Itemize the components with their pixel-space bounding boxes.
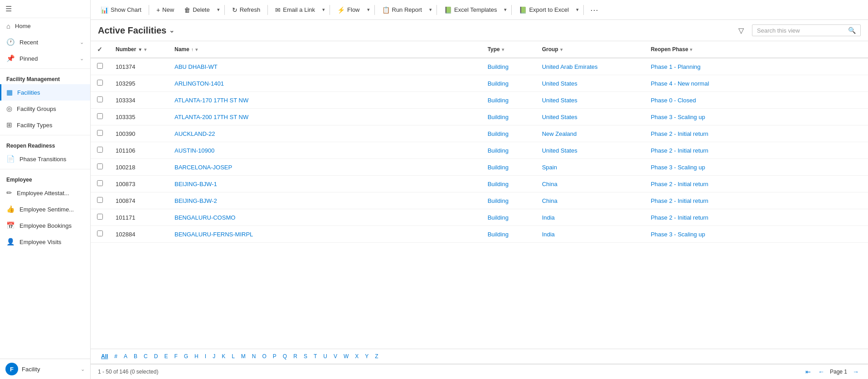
excel-templates-button[interactable]: 📗 Excel Templates (440, 4, 501, 16)
row-type[interactable]: Building (481, 109, 536, 125)
sidebar-item-phase-transitions[interactable]: 📄 Phase Transitions (0, 151, 90, 167)
row-type[interactable]: Building (481, 125, 536, 142)
sidebar-item-employee-bookings[interactable]: 📅 Employee Bookings (0, 217, 90, 234)
facility-group-link[interactable]: India (542, 214, 555, 221)
alpha-nav-m[interactable]: M (238, 352, 249, 361)
table-row[interactable]: 100874 BEIJING-BJW-2 Building China Phas… (91, 192, 868, 209)
facility-group-link[interactable]: United States (542, 147, 577, 154)
run-report-chevron[interactable]: ▾ (427, 5, 434, 15)
th-check[interactable]: ✓ (91, 41, 109, 58)
facility-group-link[interactable]: United States (542, 114, 577, 120)
facility-name-link[interactable]: BENGALURU-FERNS-MIRPL (175, 231, 253, 238)
row-checkbox[interactable] (91, 125, 109, 142)
row-name[interactable]: BEIJING-BJW-2 (168, 192, 481, 209)
facility-type-link[interactable]: Building (488, 97, 509, 104)
facility-name-link[interactable]: ABU DHABI-WT (175, 63, 218, 70)
row-name[interactable]: BENGALURU-COSMO (168, 209, 481, 226)
table-row[interactable]: 103295 ARLINGTON-1401 Building United St… (91, 75, 868, 92)
row-group[interactable]: Spain (536, 159, 645, 176)
facility-group-link[interactable]: India (542, 231, 555, 238)
row-group[interactable]: China (536, 176, 645, 192)
facility-reopen-phase-link[interactable]: Phase 3 - Scaling up (651, 114, 705, 120)
alpha-nav-t[interactable]: T (310, 352, 320, 361)
row-checkbox[interactable] (91, 142, 109, 159)
th-group[interactable]: Group ▾ (536, 41, 645, 58)
export-excel-button[interactable]: 📗 Export to Excel (514, 4, 573, 16)
row-type[interactable]: Building (481, 226, 536, 243)
facility-name-link[interactable]: ATLANTA-200 17TH ST NW (175, 114, 248, 120)
alpha-nav-l[interactable]: L (228, 352, 238, 361)
alpha-nav-e[interactable]: E (161, 352, 171, 361)
alpha-nav-n[interactable]: N (249, 352, 259, 361)
facility-group-link[interactable]: China (542, 197, 558, 204)
facility-reopen-phase-link[interactable]: Phase 1 - Planning (651, 63, 701, 70)
facility-reopen-phase-link[interactable]: Phase 2 - Initial return (651, 197, 708, 204)
row-group[interactable]: United States (536, 142, 645, 159)
facility-type-link[interactable]: Building (488, 80, 509, 87)
facility-group-link[interactable]: United States (542, 97, 577, 104)
row-checkbox[interactable] (91, 209, 109, 226)
row-checkbox[interactable] (91, 92, 109, 109)
alpha-nav-d[interactable]: D (151, 352, 161, 361)
facility-reopen-phase-link[interactable]: Phase 2 - Initial return (651, 214, 708, 221)
facility-type-link[interactable]: Building (488, 147, 509, 154)
alpha-nav-all[interactable]: All (98, 352, 111, 361)
facility-reopen-phase-link[interactable]: Phase 2 - Initial return (651, 147, 708, 154)
facility-name-link[interactable]: BEIJING-BJW-2 (175, 197, 217, 204)
row-reopen-phase[interactable]: Phase 3 - Scaling up (645, 109, 868, 125)
sidebar-item-facilities[interactable]: ▦ Facilities (0, 84, 90, 101)
facility-name-link[interactable]: ATLANTA-170 17TH ST NW (175, 97, 248, 104)
show-chart-button[interactable]: 📊 Show Chart (96, 4, 146, 16)
th-name[interactable]: Name ↑ ▾ (168, 41, 481, 58)
alpha-nav-f[interactable]: F (171, 352, 180, 361)
alpha-nav-r[interactable]: R (290, 352, 301, 361)
delete-button[interactable]: 🗑 Delete (179, 4, 214, 16)
row-name[interactable]: AUSTIN-10900 (168, 142, 481, 159)
alpha-nav-b[interactable]: B (131, 352, 141, 361)
facility-name-link[interactable]: BARCELONA-JOSEP (175, 164, 232, 171)
row-reopen-phase[interactable]: Phase 0 - Closed (645, 92, 868, 109)
row-checkbox-input[interactable] (97, 96, 103, 102)
sidebar-item-recent[interactable]: 🕐 Recent ⌄ (0, 34, 90, 50)
facility-group-link[interactable]: China (542, 181, 558, 187)
facility-group-link[interactable]: Spain (542, 164, 557, 171)
sidebar-item-employee-attest[interactable]: ✏ Employee Attestat... (0, 185, 90, 201)
alpha-nav-g[interactable]: G (181, 352, 191, 361)
row-checkbox-input[interactable] (97, 113, 103, 119)
table-row[interactable]: 100218 BARCELONA-JOSEP Building Spain Ph… (91, 159, 868, 176)
facility-reopen-phase-link[interactable]: Phase 2 - Initial return (651, 130, 708, 137)
more-options-button[interactable]: ⋯ (587, 3, 602, 17)
row-group[interactable]: United States (536, 75, 645, 92)
row-checkbox[interactable] (91, 176, 109, 192)
facility-type-link[interactable]: Building (488, 181, 509, 187)
row-group[interactable]: China (536, 192, 645, 209)
alpha-nav-o[interactable]: O (259, 352, 270, 361)
facility-reopen-phase-link[interactable]: Phase 0 - Closed (651, 97, 696, 104)
alpha-nav-h[interactable]: H (191, 352, 202, 361)
row-checkbox[interactable] (91, 159, 109, 176)
row-reopen-phase[interactable]: Phase 2 - Initial return (645, 209, 868, 226)
facility-group-link[interactable]: United Arab Emirates (542, 63, 598, 70)
row-group[interactable]: New Zealand (536, 125, 645, 142)
chevron-down-icon[interactable]: ⌄ (81, 366, 85, 372)
alpha-nav-z[interactable]: Z (372, 352, 381, 361)
row-reopen-phase[interactable]: Phase 3 - Scaling up (645, 159, 868, 176)
search-input[interactable] (757, 27, 845, 34)
th-number[interactable]: Number ▼ ▾ (109, 41, 168, 58)
table-row[interactable]: 100873 BEIJING-BJW-1 Building China Phas… (91, 176, 868, 192)
row-type[interactable]: Building (481, 142, 536, 159)
row-name[interactable]: BARCELONA-JOSEP (168, 159, 481, 176)
row-reopen-phase[interactable]: Phase 2 - Initial return (645, 142, 868, 159)
row-group[interactable]: India (536, 226, 645, 243)
alpha-nav-y[interactable]: Y (362, 352, 372, 361)
row-group[interactable]: United Arab Emirates (536, 58, 645, 75)
alpha-nav-w[interactable]: W (340, 352, 352, 361)
table-row[interactable]: 101171 BENGALURU-COSMO Building India Ph… (91, 209, 868, 226)
alpha-nav-q[interactable]: Q (280, 352, 290, 361)
row-type[interactable]: Building (481, 58, 536, 75)
row-type[interactable]: Building (481, 209, 536, 226)
row-name[interactable]: ATLANTA-200 17TH ST NW (168, 109, 481, 125)
alpha-nav-s[interactable]: S (301, 352, 310, 361)
alpha-nav-k[interactable]: K (218, 352, 228, 361)
row-name[interactable]: AUCKLAND-22 (168, 125, 481, 142)
